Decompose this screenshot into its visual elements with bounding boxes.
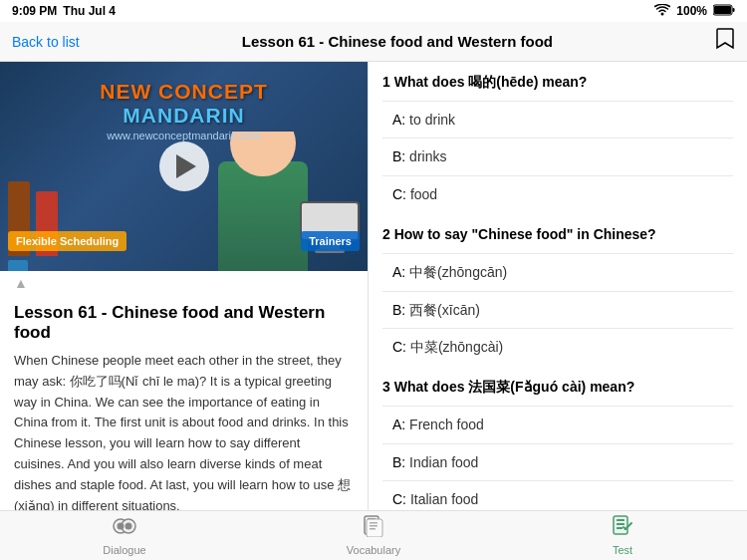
nav-bar: Back to list Lesson 61 - Chinese food an… <box>0 22 747 62</box>
question-2: 2 How to say "Chinese food" in Chinese?A… <box>382 224 733 361</box>
test-icon <box>612 515 633 542</box>
svg-point-7 <box>125 523 132 530</box>
status-bar-right: 100% <box>654 4 735 19</box>
right-panel[interactable]: 1 What does 喝的(hēde) mean?A: to drinkB: … <box>369 62 747 510</box>
brand-line2: MANDARIN <box>0 104 368 128</box>
svg-rect-13 <box>370 522 377 524</box>
bookmark-icon[interactable] <box>715 27 735 56</box>
brand-website: www.newconceptmandarin.com <box>0 130 368 141</box>
video-banners: Flexible Scheduling Trainers <box>0 231 368 251</box>
battery-icon <box>713 4 735 19</box>
svg-point-6 <box>118 523 124 530</box>
option-1-3[interactable]: C: food <box>382 180 733 208</box>
tab-bar: Dialogue Vocabulary <box>0 510 747 560</box>
svg-point-0 <box>661 12 664 15</box>
play-button[interactable] <box>159 141 209 191</box>
dialogue-label: Dialogue <box>103 544 145 556</box>
option-2-1[interactable]: A: 中餐(zhōngcān) <box>382 258 733 286</box>
option-2-3[interactable]: C: 中菜(zhōngcài) <box>382 333 733 361</box>
lesson-title: Lesson 61 - Chinese food and Western foo… <box>14 303 354 343</box>
option-3-2[interactable]: B: Indian food <box>382 448 733 476</box>
lesson-text: Lesson 61 - Chinese food and Western foo… <box>0 291 368 510</box>
status-bar: 9:09 PM Thu Jul 4 100% <box>0 0 747 22</box>
question-text-2: 2 How to say "Chinese food" in Chinese? <box>382 224 733 245</box>
brand-line1: NEW CONCEPT <box>0 80 368 104</box>
svg-rect-14 <box>370 525 377 527</box>
play-icon <box>176 154 196 178</box>
svg-rect-17 <box>617 519 624 521</box>
banner-flexible: Flexible Scheduling <box>8 231 126 251</box>
date-display: Thu Jul 4 <box>63 4 116 18</box>
quiz-container: 1 What does 喝的(hēde) mean?A: to drinkB: … <box>382 72 733 510</box>
svg-rect-2 <box>714 6 731 14</box>
option-3-1[interactable]: A: French food <box>382 411 733 438</box>
question-1: 1 What does 喝的(hēde) mean?A: to drinkB: … <box>382 72 733 208</box>
lesson-description: When Chinese people meet each other in t… <box>14 351 354 510</box>
tab-dialogue[interactable]: Dialogue <box>0 515 249 556</box>
svg-rect-15 <box>370 528 375 530</box>
wifi-icon <box>654 4 670 19</box>
svg-rect-19 <box>617 527 622 529</box>
tab-test[interactable]: Test <box>498 515 747 556</box>
option-2-2[interactable]: B: 西餐(xīcān) <box>382 296 733 324</box>
battery-display: 100% <box>676 4 707 18</box>
left-panel: NEW CONCEPT MANDARIN www.newconceptmanda… <box>0 62 369 510</box>
nav-title: Lesson 61 - Chinese food and Western foo… <box>242 33 553 50</box>
option-3-3[interactable]: C: Italian food <box>382 485 733 510</box>
banner-trainers: Trainers <box>301 231 360 251</box>
test-label: Test <box>613 544 632 556</box>
question-text-1: 1 What does 喝的(hēde) mean? <box>382 72 733 93</box>
video-container[interactable]: NEW CONCEPT MANDARIN www.newconceptmanda… <box>0 62 368 271</box>
content-area: NEW CONCEPT MANDARIN www.newconceptmanda… <box>0 62 747 510</box>
svg-rect-18 <box>617 523 624 525</box>
question-3: 3 What does 法国菜(Fǎguó cài) mean?A: Frenc… <box>382 377 733 510</box>
time-display: 9:09 PM <box>12 4 57 18</box>
question-text-3: 3 What does 法国菜(Fǎguó cài) mean? <box>382 377 733 398</box>
vocabulary-label: Vocabulary <box>347 544 400 556</box>
back-button[interactable]: Back to list <box>12 34 80 50</box>
option-1-2[interactable]: B: drinks <box>382 142 733 170</box>
dialogue-icon <box>113 515 136 542</box>
option-1-1[interactable]: A: to drink <box>382 106 733 134</box>
svg-rect-3 <box>733 8 735 12</box>
video-brand: NEW CONCEPT MANDARIN www.newconceptmanda… <box>0 80 368 141</box>
vocabulary-icon <box>363 515 384 542</box>
video-overlay: NEW CONCEPT MANDARIN www.newconceptmanda… <box>0 62 368 271</box>
status-bar-left: 9:09 PM Thu Jul 4 <box>12 4 116 18</box>
tab-vocabulary[interactable]: Vocabulary <box>249 515 498 556</box>
